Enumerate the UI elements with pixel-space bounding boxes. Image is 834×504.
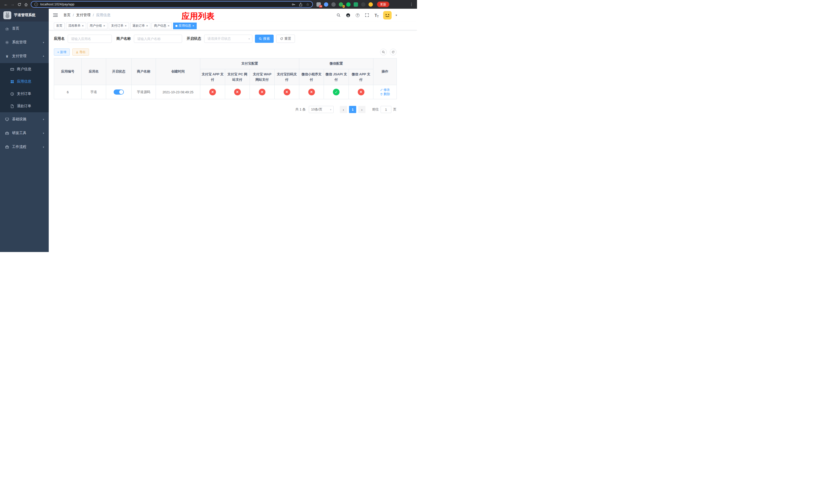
jump-page-input[interactable] <box>380 106 391 113</box>
header-search-icon[interactable] <box>336 12 341 18</box>
sidebar-item-workflow[interactable]: 工作流程 ▾ <box>0 140 49 154</box>
breadcrumb-payment[interactable]: 支付管理 <box>76 13 90 18</box>
credit-card-icon <box>10 67 14 71</box>
jump-prefix: 前往 <box>372 107 379 112</box>
export-button-label: 导出 <box>80 50 86 54</box>
delete-link-label: 删除 <box>384 92 390 96</box>
sidebar-item-merchant-info[interactable]: 商户信息 <box>0 63 49 75</box>
avatar-caret-down-icon[interactable]: ▾ <box>395 14 397 17</box>
sidebar-item-system[interactable]: 系统管理 ▾ <box>0 36 49 49</box>
tab-pay-order[interactable]: 支付订单 × <box>109 23 129 29</box>
chevron-down-icon: ▾ <box>43 41 44 44</box>
alipay-wap-status-icon <box>259 89 265 95</box>
hamburger-collapse-icon[interactable] <box>52 12 58 18</box>
pencil-icon <box>380 88 383 91</box>
tab-close-icon[interactable]: × <box>103 24 105 27</box>
next-page-button[interactable]: › <box>358 106 366 113</box>
page-size-select[interactable]: 10条/页 ▾ <box>309 106 334 113</box>
browser-back-button[interactable]: ← <box>3 1 9 8</box>
col-header-alipay-wap: 支付宝 WAP 网站支付 <box>250 69 275 85</box>
toggle-search-button[interactable] <box>380 49 387 55</box>
extension-emoji-icon[interactable] <box>369 2 373 7</box>
site-info-icon[interactable]: i <box>35 3 38 6</box>
share-icon[interactable] <box>299 3 303 6</box>
export-button[interactable]: 导出 <box>72 48 89 55</box>
sidebar-item-payment[interactable]: ¥ 支付管理 ▾ <box>0 49 49 63</box>
github-icon[interactable] <box>345 12 351 18</box>
tab-app-info[interactable]: 应用信息 × <box>173 23 197 29</box>
app-name-input[interactable] <box>68 35 112 43</box>
browser-menu-icon[interactable]: ⋮ <box>409 2 414 7</box>
tab-refund-order[interactable]: 退款订单 × <box>130 23 151 29</box>
top-navbar: 首页 / 支付管理 / 应用信息 ? <box>49 9 417 22</box>
extension-puzzle-icon[interactable]: 10 <box>316 2 321 7</box>
wechat-mini-status-icon <box>308 89 315 95</box>
tab-close-icon[interactable]: × <box>192 24 194 27</box>
sidebar-item-dev-tools[interactable]: 研发工具 ▾ <box>0 126 49 140</box>
sidebar-item-home[interactable]: 首页 <box>0 22 49 36</box>
tab-close-icon[interactable]: × <box>168 24 170 27</box>
delete-link[interactable]: 删除 <box>380 92 390 96</box>
fullscreen-icon[interactable] <box>364 12 370 18</box>
col-header-alipay-app: 支付宝 APP 支付 <box>200 69 225 85</box>
font-size-icon[interactable]: TT <box>374 12 379 18</box>
sidebar-item-infrastructure[interactable]: 基础设施 ▾ <box>0 112 49 126</box>
tab-label: 首页 <box>56 24 62 28</box>
add-button[interactable]: + 新增 <box>54 48 70 55</box>
tab-close-icon[interactable]: × <box>82 24 84 27</box>
sidebar-item-pay-order[interactable]: 支付订单 <box>0 88 49 100</box>
browser-refresh-button[interactable] <box>16 1 23 8</box>
tags-view-bar: 首页 流程表单 × 用户分组 × 支付订单 × 退款订单 × <box>49 22 417 30</box>
sidebar-item-label: 系统管理 <box>12 40 26 45</box>
tab-merchant-info[interactable]: 商户信息 × <box>152 23 172 29</box>
refresh-icon <box>18 3 21 6</box>
reset-button-label: 重置 <box>284 37 291 41</box>
extension-green-circle-icon[interactable] <box>346 2 351 7</box>
help-icon[interactable]: ? <box>355 12 360 18</box>
browser-home-button[interactable] <box>23 1 29 8</box>
col-header-wechat-mini: 微信小程序支付 <box>299 69 324 85</box>
wechat-app-status-icon <box>358 89 365 95</box>
bookmark-star-icon[interactable]: ☆ <box>306 2 309 6</box>
tab-user-group[interactable]: 用户分组 × <box>87 23 108 29</box>
pagination-total: 共 1 条 <box>295 107 306 112</box>
col-header-create-time: 创建时间 <box>156 59 200 85</box>
chrome-update-button[interactable]: 更新 <box>377 2 389 7</box>
status-select[interactable]: 请选择开启状态 ▾ <box>204 35 253 43</box>
col-header-wechat-app: 微信 APP 支付 <box>349 69 373 85</box>
extension-green-square-icon[interactable] <box>354 2 358 7</box>
user-avatar[interactable] <box>383 11 392 20</box>
url-bar[interactable]: i localhost:1024/pay/app ☆ <box>31 1 313 8</box>
password-key-icon[interactable] <box>291 3 295 6</box>
search-button[interactable]: 搜索 <box>255 35 273 43</box>
jump-suffix: 页 <box>393 107 396 112</box>
refresh-table-button[interactable] <box>390 49 396 55</box>
alipay-pc-status-icon <box>234 89 241 95</box>
tab-close-icon[interactable]: × <box>146 24 148 27</box>
tab-process-form[interactable]: 流程表单 × <box>66 23 86 29</box>
browser-forward-button[interactable]: → <box>9 1 16 8</box>
sidebar-item-refund-order[interactable]: 退款订单 <box>0 100 49 112</box>
extension-profile-icon[interactable]: 1 <box>339 2 343 7</box>
extension-blue-icon[interactable] <box>324 2 328 7</box>
prev-page-button[interactable]: ‹ <box>340 106 347 113</box>
enabled-toggle[interactable] <box>114 90 124 95</box>
sidebar-item-app-info[interactable]: 应用信息 <box>0 75 49 88</box>
extension-dark-icon[interactable] <box>331 2 336 7</box>
col-header-merchant: 商户名称 <box>132 59 156 85</box>
merchant-name-label: 商户名称 <box>116 37 131 41</box>
tab-home[interactable]: 首页 <box>54 23 65 29</box>
breadcrumb-home[interactable]: 首页 <box>63 13 70 18</box>
cell-app-name: 芋道 <box>82 85 106 99</box>
sidebar-item-label: 基础设施 <box>12 117 26 121</box>
tab-close-icon[interactable]: × <box>125 24 127 27</box>
merchant-name-input[interactable] <box>134 35 182 43</box>
edit-link[interactable]: 修改 <box>380 88 390 92</box>
extension-badge: 10 <box>319 5 322 8</box>
select-caret-down-icon: ▾ <box>248 38 250 40</box>
reset-button[interactable]: 重置 <box>276 35 295 43</box>
annotation-title: 应用列表 <box>181 11 214 22</box>
page-number-1[interactable]: 1 <box>349 106 356 113</box>
extension-pin-icon[interactable] <box>361 2 366 7</box>
search-button-label: 搜索 <box>263 37 270 41</box>
